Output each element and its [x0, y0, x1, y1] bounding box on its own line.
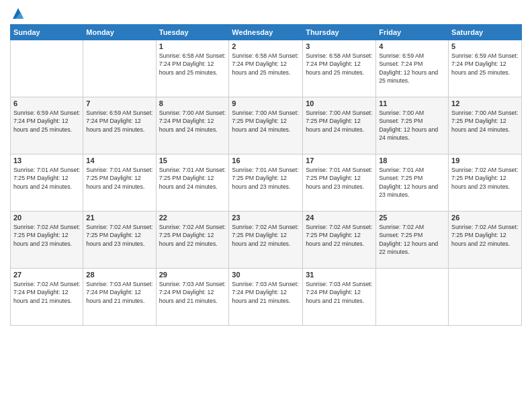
day-detail: Sunrise: 7:01 AM Sunset: 7:25 PM Dayligh…: [306, 166, 373, 191]
calendar-cell: 31Sunrise: 7:03 AM Sunset: 7:24 PM Dayli…: [303, 269, 376, 326]
weekday-header: Thursday: [303, 25, 376, 40]
calendar-cell: 28Sunrise: 7:03 AM Sunset: 7:24 PM Dayli…: [83, 269, 156, 326]
day-detail: Sunrise: 6:58 AM Sunset: 7:24 PM Dayligh…: [306, 52, 373, 77]
day-detail: Sunrise: 6:58 AM Sunset: 7:24 PM Dayligh…: [232, 52, 300, 77]
weekday-header: Saturday: [449, 25, 522, 40]
day-number: 17: [306, 156, 373, 165]
day-detail: Sunrise: 7:01 AM Sunset: 7:25 PM Dayligh…: [13, 166, 80, 191]
logo-text: [10, 7, 25, 20]
day-number: 10: [306, 99, 373, 107]
calendar-cell: [11, 40, 83, 97]
calendar-week-row: 1Sunrise: 6:58 AM Sunset: 7:24 PM Daylig…: [11, 40, 522, 97]
weekday-header: Tuesday: [156, 25, 229, 40]
calendar-cell: 15Sunrise: 7:01 AM Sunset: 7:25 PM Dayli…: [156, 154, 229, 212]
calendar-cell: 20Sunrise: 7:02 AM Sunset: 7:25 PM Dayli…: [11, 212, 83, 269]
day-detail: Sunrise: 6:59 AM Sunset: 7:24 PM Dayligh…: [451, 52, 519, 77]
calendar-cell: 30Sunrise: 7:03 AM Sunset: 7:24 PM Dayli…: [229, 269, 303, 326]
calendar-cell: 21Sunrise: 7:02 AM Sunset: 7:25 PM Dayli…: [83, 212, 156, 269]
calendar-cell: 27Sunrise: 7:02 AM Sunset: 7:24 PM Dayli…: [11, 269, 83, 326]
day-detail: Sunrise: 7:03 AM Sunset: 7:24 PM Dayligh…: [232, 280, 300, 305]
day-detail: Sunrise: 7:02 AM Sunset: 7:25 PM Dayligh…: [379, 223, 445, 256]
day-number: 11: [379, 99, 445, 107]
calendar-cell: 24Sunrise: 7:02 AM Sunset: 7:25 PM Dayli…: [303, 212, 376, 269]
calendar-cell: 3Sunrise: 6:58 AM Sunset: 7:24 PM Daylig…: [303, 40, 376, 97]
day-number: 15: [159, 156, 226, 165]
day-number: 3: [306, 42, 373, 50]
calendar-cell: 5Sunrise: 6:59 AM Sunset: 7:24 PM Daylig…: [449, 40, 522, 97]
calendar-cell: 25Sunrise: 7:02 AM Sunset: 7:25 PM Dayli…: [376, 212, 449, 269]
weekday-header: Friday: [376, 25, 449, 40]
calendar-cell: 7Sunrise: 6:59 AM Sunset: 7:24 PM Daylig…: [83, 97, 156, 154]
calendar-week-row: 20Sunrise: 7:02 AM Sunset: 7:25 PM Dayli…: [11, 212, 522, 269]
day-number: 26: [451, 214, 519, 222]
weekday-header: Sunday: [11, 25, 83, 40]
logo: [10, 7, 25, 20]
day-detail: Sunrise: 7:01 AM Sunset: 7:25 PM Dayligh…: [232, 166, 300, 191]
day-number: 30: [232, 271, 300, 279]
day-detail: Sunrise: 7:03 AM Sunset: 7:24 PM Dayligh…: [159, 280, 226, 305]
weekday-header: Monday: [83, 25, 156, 40]
day-number: 19: [451, 156, 519, 165]
day-number: 8: [159, 99, 226, 107]
header: [10, 7, 522, 20]
day-detail: Sunrise: 7:02 AM Sunset: 7:25 PM Dayligh…: [232, 223, 300, 248]
calendar-cell: 10Sunrise: 7:00 AM Sunset: 7:25 PM Dayli…: [303, 97, 376, 154]
calendar-cell: 16Sunrise: 7:01 AM Sunset: 7:25 PM Dayli…: [229, 154, 303, 212]
day-number: 22: [159, 214, 226, 222]
calendar-cell: [449, 269, 522, 326]
calendar-cell: [83, 40, 156, 97]
calendar-header-row: SundayMondayTuesdayWednesdayThursdayFrid…: [11, 25, 522, 40]
day-number: 6: [13, 99, 80, 107]
day-detail: Sunrise: 7:00 AM Sunset: 7:24 PM Dayligh…: [159, 109, 226, 134]
day-number: 5: [451, 42, 519, 50]
calendar-cell: 17Sunrise: 7:01 AM Sunset: 7:25 PM Dayli…: [303, 154, 376, 212]
day-number: 27: [13, 271, 80, 279]
day-detail: Sunrise: 7:01 AM Sunset: 7:25 PM Dayligh…: [379, 166, 445, 199]
day-number: 16: [232, 156, 300, 165]
calendar-cell: [376, 269, 449, 326]
calendar-week-row: 6Sunrise: 6:59 AM Sunset: 7:24 PM Daylig…: [11, 97, 522, 154]
calendar-cell: 6Sunrise: 6:59 AM Sunset: 7:24 PM Daylig…: [11, 97, 83, 154]
day-number: 1: [159, 42, 226, 50]
day-detail: Sunrise: 7:02 AM Sunset: 7:25 PM Dayligh…: [159, 223, 226, 248]
calendar-cell: 4Sunrise: 6:59 AM Sunset: 7:24 PM Daylig…: [376, 40, 449, 97]
day-number: 2: [232, 42, 300, 50]
calendar-cell: 1Sunrise: 6:58 AM Sunset: 7:24 PM Daylig…: [156, 40, 229, 97]
calendar-cell: 14Sunrise: 7:01 AM Sunset: 7:25 PM Dayli…: [83, 154, 156, 212]
day-detail: Sunrise: 7:02 AM Sunset: 7:24 PM Dayligh…: [13, 280, 80, 305]
page: SundayMondayTuesdayWednesdayThursdayFrid…: [0, 0, 532, 411]
day-detail: Sunrise: 7:03 AM Sunset: 7:24 PM Dayligh…: [306, 280, 373, 305]
calendar-cell: 26Sunrise: 7:02 AM Sunset: 7:25 PM Dayli…: [449, 212, 522, 269]
day-detail: Sunrise: 7:02 AM Sunset: 7:25 PM Dayligh…: [86, 223, 152, 248]
day-number: 14: [86, 156, 152, 165]
calendar-cell: 19Sunrise: 7:02 AM Sunset: 7:25 PM Dayli…: [449, 154, 522, 212]
calendar-cell: 12Sunrise: 7:00 AM Sunset: 7:25 PM Dayli…: [449, 97, 522, 154]
day-detail: Sunrise: 6:59 AM Sunset: 7:24 PM Dayligh…: [13, 109, 80, 134]
day-number: 31: [306, 271, 373, 279]
calendar-cell: 29Sunrise: 7:03 AM Sunset: 7:24 PM Dayli…: [156, 269, 229, 326]
calendar-cell: 8Sunrise: 7:00 AM Sunset: 7:24 PM Daylig…: [156, 97, 229, 154]
day-number: 20: [13, 214, 80, 222]
calendar-cell: 9Sunrise: 7:00 AM Sunset: 7:25 PM Daylig…: [229, 97, 303, 154]
calendar-cell: 18Sunrise: 7:01 AM Sunset: 7:25 PM Dayli…: [376, 154, 449, 212]
day-number: 23: [232, 214, 300, 222]
day-detail: Sunrise: 7:03 AM Sunset: 7:24 PM Dayligh…: [86, 280, 152, 305]
day-detail: Sunrise: 7:00 AM Sunset: 7:25 PM Dayligh…: [451, 109, 519, 134]
calendar-cell: 2Sunrise: 6:58 AM Sunset: 7:24 PM Daylig…: [229, 40, 303, 97]
calendar-cell: 11Sunrise: 7:00 AM Sunset: 7:25 PM Dayli…: [376, 97, 449, 154]
day-detail: Sunrise: 6:58 AM Sunset: 7:24 PM Dayligh…: [159, 52, 226, 77]
calendar-week-row: 13Sunrise: 7:01 AM Sunset: 7:25 PM Dayli…: [11, 154, 522, 212]
calendar-cell: 22Sunrise: 7:02 AM Sunset: 7:25 PM Dayli…: [156, 212, 229, 269]
day-detail: Sunrise: 7:02 AM Sunset: 7:25 PM Dayligh…: [451, 223, 519, 248]
day-detail: Sunrise: 7:02 AM Sunset: 7:25 PM Dayligh…: [306, 223, 373, 248]
calendar-cell: 23Sunrise: 7:02 AM Sunset: 7:25 PM Dayli…: [229, 212, 303, 269]
calendar-week-row: 27Sunrise: 7:02 AM Sunset: 7:24 PM Dayli…: [11, 269, 522, 326]
day-number: 24: [306, 214, 373, 222]
day-number: 25: [379, 214, 445, 222]
calendar-cell: 13Sunrise: 7:01 AM Sunset: 7:25 PM Dayli…: [11, 154, 83, 212]
day-number: 7: [86, 99, 152, 107]
day-detail: Sunrise: 7:00 AM Sunset: 7:25 PM Dayligh…: [379, 109, 445, 142]
weekday-header: Wednesday: [229, 25, 303, 40]
day-number: 21: [86, 214, 152, 222]
day-number: 9: [232, 99, 300, 107]
